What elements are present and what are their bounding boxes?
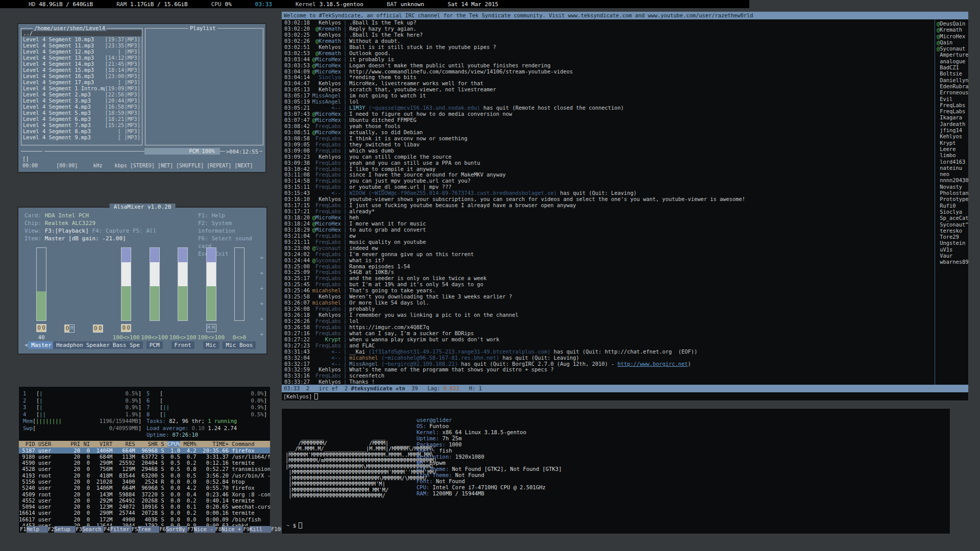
- nicklist-item[interactable]: Ikagara: [937, 114, 968, 120]
- irc-nick[interactable]: FreqLabs: [315, 123, 341, 129]
- fkey-sortby[interactable]: F6SortBy: [159, 526, 187, 533]
- file-row[interactable]: Level_4_Segment_1_Intro.mp3[19:09|MP3]: [21, 85, 142, 91]
- irc-nick[interactable]: Kehlyos: [318, 312, 341, 318]
- nicklist-item[interactable]: Evil__: [937, 96, 968, 102]
- fkey-hint[interactable]: F2: System information: [198, 219, 266, 235]
- process-row[interactable]: 4552 user 20 0 292M 26492 20268 S 0.0 0.…: [19, 497, 270, 504]
- irc-nick[interactable]: FreqLabs: [315, 233, 341, 239]
- irc-nick[interactable]: MissAngel: [312, 93, 341, 98]
- nicklist-item[interactable]: Tore29: [937, 234, 968, 240]
- nicklist-item[interactable]: Novasty: [937, 184, 968, 190]
- file-row[interactable]: Level_4_Segment_10.mp3[19:37|MP3]: [21, 36, 142, 42]
- irc-nick[interactable]: MicroHex: [315, 215, 341, 220]
- nicklist-item[interactable]: @DeusQain: [937, 20, 968, 27]
- file-row[interactable]: Level_4_Segment_14.mp3[21:45|MP3]: [21, 61, 142, 67]
- fkey-filter[interactable]: F4Filter: [104, 526, 132, 533]
- irc-nick[interactable]: Krypt: [325, 337, 341, 342]
- mute-switch[interactable]: OO: [93, 324, 103, 333]
- table-header[interactable]: PID USER PRI NI VIRT RES SHR S CPU% MEM%…: [19, 441, 270, 447]
- irc-nick[interactable]: Kehlyos: [318, 32, 341, 38]
- nicklist-item[interactable]: Syconaut^: [937, 221, 968, 228]
- volume-bar[interactable]: [234, 247, 244, 321]
- nicklist-item[interactable]: FreqLabs: [937, 102, 968, 108]
- irc-nick[interactable]: Kehlyos: [318, 154, 341, 160]
- mute-switch[interactable]: OO: [121, 324, 131, 332]
- nicklist-item[interactable]: nnnn20430: [937, 177, 968, 183]
- mute-switch[interactable]: OM: [64, 324, 75, 333]
- moc-playlist-panel[interactable]: Playlist: [145, 28, 263, 145]
- htop-window[interactable]: 1[|0.5%]2[|0.9%]3[|0.9%]4[||1.9%]Mem[|||…: [18, 386, 271, 533]
- view-active[interactable]: F3:[Playback]: [45, 228, 89, 234]
- irc-nick[interactable]: FreqLabs: [315, 239, 341, 245]
- irc-nick[interactable]: MicroHex: [315, 130, 341, 135]
- shell-prompt[interactable]: ~ $: [286, 522, 302, 529]
- channel-label[interactable]: Mic: [203, 341, 219, 349]
- irc-nicklist[interactable]: @DeusQain@Kremath@MicroHex@Qain@Syconaut…: [935, 19, 968, 385]
- nicklist-item[interactable]: neo_: [937, 171, 968, 177]
- mute-switch[interactable]: MM: [206, 324, 216, 332]
- volume-bar[interactable]: [206, 247, 216, 321]
- nicklist-item[interactable]: @Qain: [937, 39, 968, 45]
- mixer-channel-master[interactable]: OO40<Master>: [28, 247, 55, 349]
- fkey-nice-[interactable]: F7Nice -: [187, 526, 215, 533]
- nicklist-item[interactable]: Vaur: [937, 253, 968, 259]
- irc-nick[interactable]: MicroHex: [315, 227, 341, 233]
- file-row[interactable]: Level_4_Segment_3.mp3[20:44|MP3]: [21, 97, 142, 104]
- irc-nick[interactable]: MissAngel: [312, 99, 341, 105]
- channel-label[interactable]: PCM: [146, 341, 163, 349]
- alsamixer-window[interactable]: AlsaMixer v1.0.28 Card: HDA Intel PCH Ch…: [17, 207, 267, 355]
- message-link[interactable]: http://www.borgirc.net: [618, 361, 688, 367]
- irc-nick[interactable]: FreqLabs: [315, 252, 341, 257]
- irc-nick[interactable]: MicroHex: [315, 69, 341, 74]
- irc-nick[interactable]: Syconaut: [315, 258, 341, 263]
- process-row[interactable]: 4453 user 20 0 12644 2044 1792 S 0.0 0.0…: [19, 522, 270, 526]
- file-row[interactable]: Level_4_Segment_16.mp3[23:00|MP3]: [21, 73, 142, 79]
- nicklist-item[interactable]: @Syconaut: [937, 45, 968, 52]
- irc-nick[interactable]: Kehlyos: [318, 379, 341, 385]
- nicklist-item[interactable]: FreqLabs_: [937, 108, 968, 114]
- process-row[interactable]: 5240 user 20 0 1406M 664M 96968 S 0.0 4.…: [19, 485, 270, 491]
- nicklist-item[interactable]: Kehlyos: [937, 133, 968, 139]
- moc-volume-bar[interactable]: PCM 100%: [144, 148, 220, 155]
- fkey-kill[interactable]: F9Kill: [243, 526, 271, 533]
- process-row[interactable]: 16617 user 20 0 172M 4900 4036 S 0.0 0.0…: [19, 516, 270, 522]
- moc-file-list[interactable]: ../Level_4_Segment_10.mp3[19:37|MP3]Leve…: [21, 29, 142, 140]
- irc-nick[interactable]: Kremath: [318, 26, 341, 32]
- irc-message-area[interactable]: 03:02:18Kehlyos|.8ball Is the Tek up?03:…: [282, 19, 935, 385]
- channel-label[interactable]: Headphon: [53, 341, 86, 349]
- screenfetch-window[interactable]: _______ ____ /MMMMMMM/ /MMMM| _____ ____…: [281, 408, 950, 534]
- irc-input-line[interactable]: [Kehlyos]: [282, 392, 968, 400]
- nicklist-item[interactable]: Amperture: [937, 52, 968, 58]
- channel-label[interactable]: Mic Boos: [223, 341, 256, 349]
- nicklist-item[interactable]: Prototype: [937, 196, 968, 202]
- irc-nick[interactable]: FreqLabs: [315, 148, 341, 154]
- file-row[interactable]: Level_4_Segment_12.mp3[ |MP3]: [21, 48, 142, 55]
- file-row[interactable]: Level_4_Segment_2.mp3[22:56|MP3]: [21, 91, 142, 97]
- irc-nick[interactable]: FreqLabs: [315, 276, 341, 281]
- mixer-channel-mic[interactable]: MM100<>100Mic: [198, 247, 225, 349]
- process-row[interactable]: 4193 root 20 0 418M 83544 63200 S 0.0 0.…: [19, 472, 270, 479]
- fkey-help[interactable]: F1Help: [20, 526, 48, 533]
- nicklist-item[interactable]: Sp_aceCat: [937, 215, 968, 221]
- fkey-setup[interactable]: F2Setup: [48, 526, 76, 533]
- channel-label[interactable]: Speaker: [83, 341, 113, 349]
- irc-nick[interactable]: Kehlyos: [318, 367, 341, 372]
- process-row[interactable]: 4590 user 20 0 290M 25592 20404 S 0.5 0.…: [19, 460, 270, 466]
- mute-switch[interactable]: OO: [36, 324, 46, 332]
- irc-nick[interactable]: FreqLabs: [315, 142, 341, 147]
- irc-nick[interactable]: MicroHex: [315, 63, 341, 68]
- irc-nick[interactable]: FreqLabs: [315, 343, 341, 348]
- channel-label[interactable]: Front: [172, 341, 194, 349]
- irc-nick[interactable]: FreqLabs: [315, 306, 341, 312]
- fkey-tree[interactable]: F5Tree: [132, 526, 160, 533]
- volume-bar[interactable]: [36, 247, 46, 321]
- nicklist-item[interactable]: Rufi0: [937, 203, 968, 209]
- irc-nick[interactable]: FreqLabs: [315, 136, 341, 141]
- view-options[interactable]: F4: Capture F5: All: [89, 228, 156, 234]
- nicklist-item[interactable]: nateinu: [937, 165, 968, 171]
- irc-nick[interactable]: FreqLabs: [315, 324, 341, 330]
- irc-nick[interactable]: FreqLabs: [315, 184, 341, 190]
- moc-player-window[interactable]: /home/user/shen/Level4 ../Level_4_Segmen…: [17, 23, 266, 173]
- htop-function-keys[interactable]: F1HelpF2SetupF3SearchF4FilterF5TreeF6Sor…: [19, 526, 270, 533]
- mixer-channel-mic-boos[interactable]: 0<>0Mic Boos: [226, 247, 253, 349]
